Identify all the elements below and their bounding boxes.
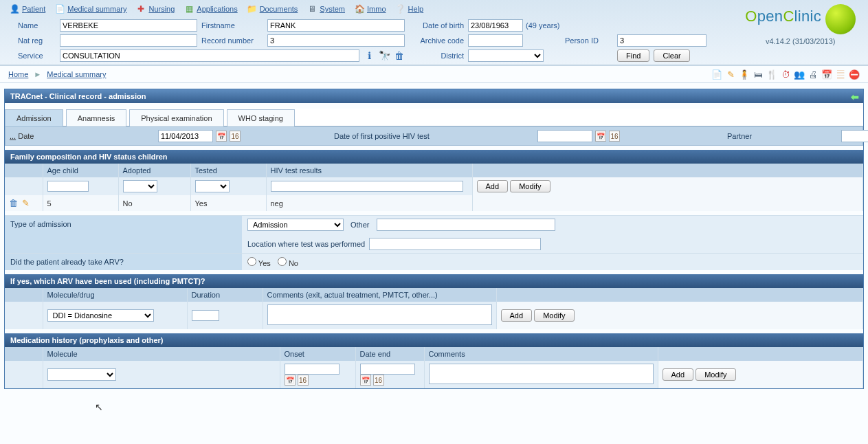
admtype-other-input[interactable] xyxy=(377,219,555,231)
person-icon[interactable]: 🧍 xyxy=(739,69,750,80)
bc-sep-icon: ► xyxy=(34,70,41,78)
mh-onset-today-icon[interactable]: 16 xyxy=(298,375,309,386)
print-icon[interactable]: 🖨 xyxy=(808,69,819,80)
stop-icon[interactable]: ⛔ xyxy=(849,69,860,80)
mh-molecule-select[interactable] xyxy=(47,368,116,381)
calendar-icon[interactable]: 📅 xyxy=(821,69,832,80)
menu-documents[interactable]: 📁Documents xyxy=(247,4,298,14)
dob-label: Date of birth xyxy=(409,21,464,30)
arv-no-option[interactable]: No xyxy=(278,257,298,267)
users-icon[interactable]: 👥 xyxy=(794,69,805,80)
natreg-input[interactable] xyxy=(60,34,197,47)
toolbar-icons: 📄 ✎ 🧍 🛏 🍴 ⏱ 👥 🖨 📅 𝄛 ⛔ xyxy=(711,69,860,80)
arv-add-button[interactable]: Add xyxy=(501,309,533,322)
firstpos-label: Date of first positive HIV test xyxy=(334,132,533,140)
recordnum-input[interactable] xyxy=(267,34,405,47)
mh-onset-cal-icon[interactable]: 📅 xyxy=(285,375,296,386)
mh-end-input[interactable] xyxy=(360,364,415,375)
age-input[interactable] xyxy=(47,181,89,192)
binoculars-icon[interactable]: 🔭 xyxy=(379,50,390,61)
admtype-select[interactable]: Admission xyxy=(247,219,344,231)
name-input[interactable] xyxy=(60,19,197,32)
admtype-label: Type of admission xyxy=(5,216,242,253)
col-tested: Tested xyxy=(190,164,266,177)
arv-used-header: If yes, which ARV have been used (includ… xyxy=(5,274,863,288)
info-icon[interactable]: ℹ xyxy=(364,50,375,61)
family-add-button[interactable]: Add xyxy=(477,180,509,192)
tab-who[interactable]: WHO staging xyxy=(227,109,295,126)
menu-applications[interactable]: ▦Applications xyxy=(184,4,237,14)
tab-anamnesis[interactable]: Anamnesis xyxy=(66,109,126,126)
menu-patient[interactable]: 👤Patient xyxy=(10,4,45,14)
menu-patient-label: Patient xyxy=(22,5,45,13)
arvq-label: Did the patient already take ARV? xyxy=(5,254,242,270)
menu-medical-summary[interactable]: 📄Medical summary xyxy=(55,4,126,14)
system-icon: 🖥 xyxy=(307,4,317,14)
bc-home[interactable]: Home xyxy=(8,70,28,78)
age-text: (49 years) xyxy=(526,21,560,30)
dob-input[interactable] xyxy=(468,19,523,32)
results-input[interactable] xyxy=(271,181,463,192)
top-menu: 👤Patient 📄Medical summary ✚Nursing ▦Appl… xyxy=(5,3,863,19)
date-calendar-icon[interactable]: 📅 xyxy=(216,131,227,142)
date-prefix[interactable]: ... xyxy=(10,132,16,140)
firstpos-date-input[interactable] xyxy=(537,130,592,142)
tab-admission[interactable]: Admission xyxy=(5,109,63,126)
mh-onset-input[interactable] xyxy=(285,364,340,375)
menu-nursing[interactable]: ✚Nursing xyxy=(136,4,175,14)
partner-label: Partner xyxy=(727,132,837,140)
clock-icon[interactable]: ⏱ xyxy=(780,69,791,80)
arv-col-duration: Duration xyxy=(187,288,263,302)
admission-date-input[interactable] xyxy=(158,130,213,142)
menu-help[interactable]: ❔Help xyxy=(396,4,424,14)
menu-system[interactable]: 🖥System xyxy=(307,4,345,14)
arv-yes-radio[interactable] xyxy=(247,257,256,266)
archive-input[interactable] xyxy=(468,34,523,47)
edit-row-icon[interactable]: ✎ xyxy=(22,198,30,208)
menu-immo[interactable]: 🏠Immo xyxy=(355,4,386,14)
mh-modify-button[interactable]: Modify xyxy=(695,368,735,381)
medsum-icon: 📄 xyxy=(55,4,65,14)
back-arrow-icon[interactable]: ⬅ xyxy=(851,91,859,102)
mh-comments-input[interactable] xyxy=(429,364,654,384)
cell-results: neg xyxy=(266,195,472,211)
date-today-icon[interactable]: 16 xyxy=(230,131,241,142)
mh-end-cal-icon[interactable]: 📅 xyxy=(360,375,371,386)
family-modify-button[interactable]: Modify xyxy=(510,180,550,192)
docs-icon: 📁 xyxy=(247,4,257,14)
trash-icon[interactable]: 🗑 xyxy=(394,50,405,61)
arv-duration-input[interactable] xyxy=(192,310,219,321)
personid-input[interactable] xyxy=(617,34,706,47)
firstname-input[interactable] xyxy=(267,19,405,32)
mh-add-button[interactable]: Add xyxy=(663,368,694,381)
tested-select[interactable] xyxy=(195,180,230,192)
personid-label: Person ID xyxy=(565,36,613,45)
arv-modify-button[interactable]: Modify xyxy=(534,309,574,322)
firstpos-today-icon[interactable]: 16 xyxy=(609,131,620,142)
service-input[interactable] xyxy=(60,49,359,62)
adopted-select[interactable] xyxy=(123,180,157,192)
breadcrumb: Home ► Medical summary 📄 ✎ 🧍 🛏 🍴 ⏱ 👥 🖨 📅… xyxy=(0,65,868,83)
location-input[interactable] xyxy=(369,238,541,250)
delete-row-icon[interactable]: 🗑 xyxy=(9,198,18,208)
mh-end-today-icon[interactable]: 16 xyxy=(373,375,384,386)
doc-icon[interactable]: 📄 xyxy=(711,69,722,80)
arv-molecule-select[interactable]: DDI = Didanosine xyxy=(47,309,154,322)
bc-page[interactable]: Medical summary xyxy=(47,70,106,78)
find-button[interactable]: Find xyxy=(617,49,649,62)
version-label: v4.14.2 (31/03/2013) xyxy=(745,37,856,45)
food-icon[interactable]: 🍴 xyxy=(766,69,777,80)
clear-button[interactable]: Clear xyxy=(654,49,689,62)
tab-physical[interactable]: Physical examination xyxy=(129,109,223,126)
patient-search-form: Name Firstname Date of birth (49 years) … xyxy=(5,19,863,62)
firstpos-calendar-icon[interactable]: 📅 xyxy=(595,131,606,142)
district-select[interactable] xyxy=(468,49,544,62)
mh-col-molecule: Molecule xyxy=(43,347,280,361)
fingerprint-icon[interactable]: 𝄛 xyxy=(835,69,846,80)
edit-icon[interactable]: ✎ xyxy=(725,69,736,80)
arv-comments-input[interactable] xyxy=(267,304,492,325)
arv-no-radio[interactable] xyxy=(278,257,287,266)
arv-yes-option[interactable]: Yes xyxy=(247,257,271,267)
partner-select[interactable] xyxy=(841,130,868,142)
bed-icon[interactable]: 🛏 xyxy=(753,69,764,80)
